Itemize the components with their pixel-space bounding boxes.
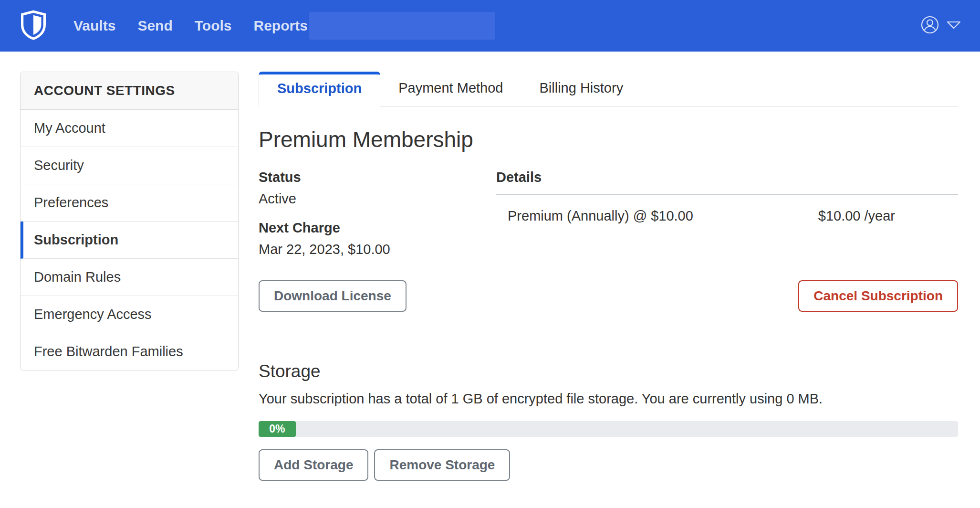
details-header: Details [496, 169, 958, 195]
subscription-details-column: Details Premium (Annually) @ $10.00 $10.… [496, 169, 958, 224]
next-charge-label: Next Charge [259, 220, 496, 236]
sidebar-item-subscription[interactable]: Subscription [21, 222, 238, 259]
sidebar-header: ACCOUNT SETTINGS [21, 72, 238, 110]
storage-section: Storage Your subscription has a total of… [259, 361, 958, 481]
subscription-actions: Download License Cancel Subscription [259, 280, 958, 312]
subscription-info: Status Active Next Charge Mar 22, 2023, … [259, 169, 958, 257]
nav-item-tools[interactable]: Tools [195, 18, 232, 34]
plan-name: Premium (Annually) @ $10.00 [508, 208, 693, 224]
status-field: Status Active [259, 169, 496, 207]
storage-title: Storage [259, 361, 958, 381]
add-storage-button[interactable]: Add Storage [259, 449, 368, 481]
remove-storage-button[interactable]: Remove Storage [374, 449, 510, 481]
sidebar-item-preferences[interactable]: Preferences [21, 184, 238, 222]
download-license-button[interactable]: Download License [259, 280, 407, 312]
next-charge-field: Next Charge Mar 22, 2023, $10.00 [259, 220, 496, 257]
redacted-region [309, 12, 495, 40]
nav-item-reports[interactable]: Reports [254, 18, 308, 34]
status-value: Active [259, 191, 496, 207]
nav-item-vaults[interactable]: Vaults [73, 18, 115, 34]
storage-progress-fill: 0% [259, 421, 296, 437]
sidebar-item-free-bitwarden-families[interactable]: Free Bitwarden Families [21, 333, 238, 370]
nav-menu: Vaults Send Tools Reports [73, 18, 308, 34]
cancel-subscription-button[interactable]: Cancel Subscription [798, 280, 958, 312]
bitwarden-shield-icon [21, 10, 46, 42]
tab-bar: Subscription Payment Method Billing Hist… [259, 72, 958, 106]
nav-item-send[interactable]: Send [137, 18, 172, 34]
page-title: Premium Membership [259, 127, 958, 152]
storage-description: Your subscription has a total of 1 GB of… [259, 391, 958, 407]
bitwarden-logo[interactable] [21, 10, 46, 42]
main-content: Subscription Payment Method Billing Hist… [259, 72, 958, 481]
sidebar-item-my-account[interactable]: My Account [21, 110, 238, 147]
sidebar-item-domain-rules[interactable]: Domain Rules [21, 259, 238, 296]
subscription-status-column: Status Active Next Charge Mar 22, 2023, … [259, 169, 496, 257]
account-menu[interactable] [921, 16, 961, 36]
storage-progress-bar: 0% [259, 421, 958, 437]
chevron-down-icon[interactable] [947, 21, 961, 31]
tab-payment-method[interactable]: Payment Method [380, 72, 521, 106]
account-settings-sidebar: ACCOUNT SETTINGS My Account Security Pre… [20, 72, 239, 370]
page-body: ACCOUNT SETTINGS My Account Security Pre… [0, 52, 980, 481]
user-avatar-icon[interactable] [921, 16, 939, 36]
tab-subscription[interactable]: Subscription [259, 72, 380, 106]
storage-actions: Add Storage Remove Storage [259, 449, 958, 481]
tab-billing-history[interactable]: Billing History [521, 72, 641, 106]
plan-price: $10.00 /year [818, 208, 958, 224]
sidebar-item-emergency-access[interactable]: Emergency Access [21, 296, 238, 333]
details-row: Premium (Annually) @ $10.00 $10.00 /year [496, 195, 958, 224]
sidebar-item-security[interactable]: Security [21, 147, 238, 184]
status-label: Status [259, 169, 496, 185]
next-charge-value: Mar 22, 2023, $10.00 [259, 242, 496, 257]
top-navbar: Vaults Send Tools Reports [0, 0, 980, 52]
